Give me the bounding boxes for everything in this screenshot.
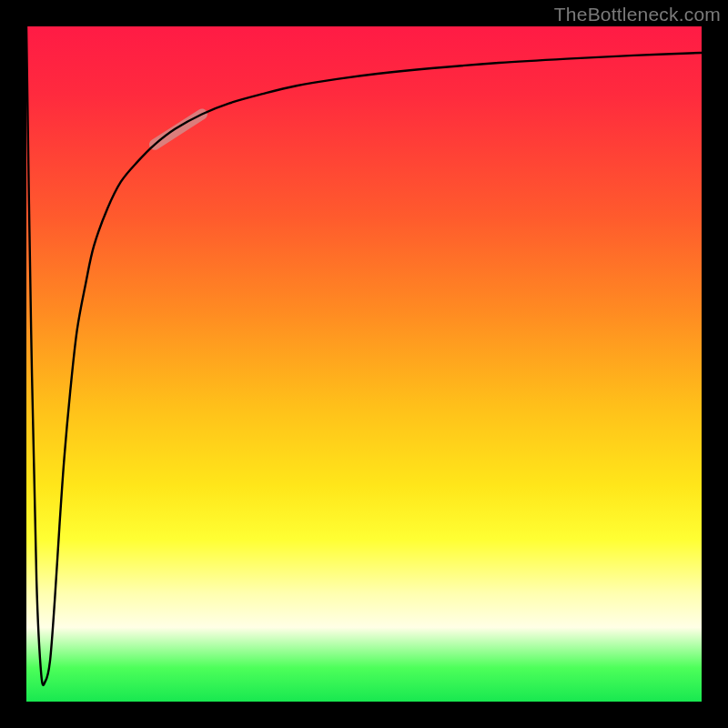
chart-plot-area — [26, 26, 702, 702]
watermark-text: TheBottleneck.com — [554, 4, 721, 25]
chart-frame: TheBottleneck.com — [0, 0, 728, 728]
chart-svg — [26, 26, 702, 702]
bottleneck-curve — [26, 26, 702, 685]
